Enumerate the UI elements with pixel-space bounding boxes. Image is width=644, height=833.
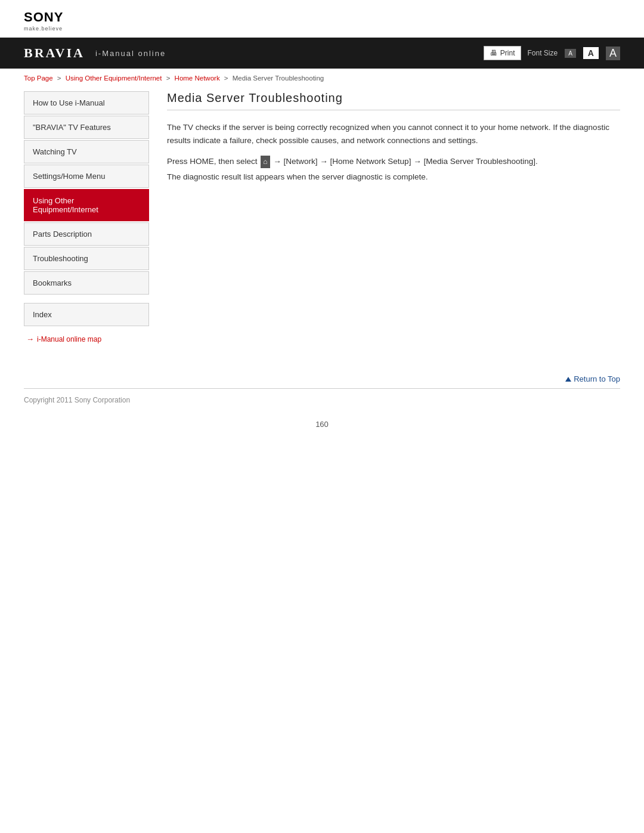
content-area: Media Server Troubleshooting The TV chec… bbox=[167, 85, 620, 343]
breadcrumb-home-network[interactable]: Home Network bbox=[175, 75, 220, 82]
footer: Copyright 2011 Sony Corporation bbox=[0, 389, 644, 411]
breadcrumb-sep1: > bbox=[57, 75, 61, 82]
content-paragraph1: The TV checks if the server is being cor… bbox=[167, 121, 620, 147]
sony-logo: SONY bbox=[24, 10, 620, 25]
sidebar-item-bravia-features[interactable]: "BRAVIA" TV Features bbox=[24, 116, 149, 139]
print-icon: 🖶 bbox=[490, 49, 497, 57]
sidebar-item-index[interactable]: Index bbox=[24, 303, 149, 326]
press-prefix: Press HOME, then select bbox=[167, 157, 259, 166]
triangle-up-icon bbox=[565, 377, 571, 382]
font-medium-button[interactable]: A bbox=[583, 47, 599, 59]
page-title: Media Server Troubleshooting bbox=[167, 91, 620, 110]
font-large-button[interactable]: A bbox=[606, 47, 620, 60]
sidebar-item-settings[interactable]: Settings/Home Menu bbox=[24, 165, 149, 188]
bravia-title: BRAVIA bbox=[24, 45, 85, 61]
main-layout: How to Use i-Manual "BRAVIA" TV Features… bbox=[0, 85, 644, 343]
home-icon: ⌂ bbox=[261, 156, 270, 168]
sidebar-item-parts[interactable]: Parts Description bbox=[24, 222, 149, 246]
press-middle: → [Network] → [Home Network Setup] → [Me… bbox=[271, 157, 538, 166]
sidebar-map-link-container: → i-Manual online map bbox=[26, 335, 149, 343]
breadcrumb-sep2: > bbox=[166, 75, 171, 82]
sidebar-item-troubleshooting[interactable]: Troubleshooting bbox=[24, 247, 149, 270]
return-top-label: Return to Top bbox=[574, 374, 620, 383]
sidebar: How to Use i-Manual "BRAVIA" TV Features… bbox=[24, 91, 149, 343]
print-button[interactable]: 🖶 Print bbox=[484, 46, 522, 60]
nav-right: 🖶 Print Font Size A A A bbox=[484, 46, 620, 60]
sidebar-item-using-other[interactable]: Using Other Equipment/Internet bbox=[24, 189, 149, 221]
return-to-top-link[interactable]: Return to Top bbox=[565, 374, 620, 383]
top-nav-bar: BRAVIA i-Manual online 🖶 Print Font Size… bbox=[0, 38, 644, 69]
logo-bar: SONY make.believe bbox=[0, 0, 644, 38]
sony-tagline: make.believe bbox=[24, 26, 620, 32]
breadcrumb-using-other[interactable]: Using Other Equipment/Internet bbox=[66, 75, 162, 82]
breadcrumb-top-page[interactable]: Top Page bbox=[24, 75, 53, 82]
font-small-button[interactable]: A bbox=[565, 49, 576, 58]
sidebar-item-how-to-use[interactable]: How to Use i-Manual bbox=[24, 91, 149, 114]
imanual-map-link[interactable]: i-Manual online map bbox=[37, 335, 101, 343]
content-body: The TV checks if the server is being cor… bbox=[167, 121, 620, 184]
imanual-label: i-Manual online bbox=[95, 49, 166, 58]
breadcrumb: Top Page > Using Other Equipment/Interne… bbox=[0, 69, 644, 85]
sidebar-item-bookmarks[interactable]: Bookmarks bbox=[24, 271, 149, 295]
return-top-bar: Return to Top bbox=[0, 367, 644, 388]
sidebar-item-watching-tv[interactable]: Watching TV bbox=[24, 140, 149, 163]
copyright-text: Copyright 2011 Sony Corporation bbox=[24, 396, 130, 404]
page-number: 160 bbox=[0, 411, 644, 441]
breadcrumb-current: Media Server Troubleshooting bbox=[233, 75, 324, 82]
content-paragraph3: The diagnostic result list appears when … bbox=[167, 171, 620, 184]
content-paragraph2: Press HOME, then select ⌂ → [Network] → … bbox=[167, 155, 620, 168]
arrow-icon: → bbox=[26, 335, 34, 343]
breadcrumb-sep3: > bbox=[224, 75, 228, 82]
font-size-label: Font Size bbox=[527, 49, 558, 57]
